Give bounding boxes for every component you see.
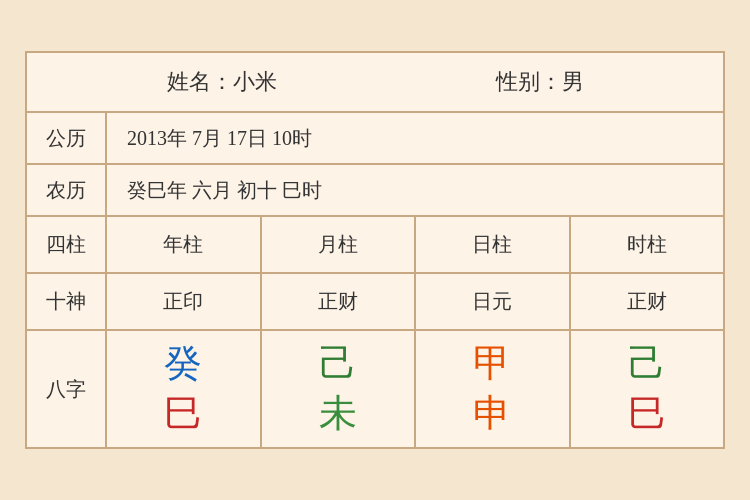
sizhu-row: 四柱 年柱 月柱 日柱 时柱 [27,217,723,274]
shishen-col-2: 日元 [416,274,571,329]
lunar-row: 农历 癸巳年 六月 初十 巳时 [27,165,723,217]
shishen-row: 十神 正印 正财 日元 正财 [27,274,723,331]
bazhi-col-1-top: 己 [319,341,357,387]
shishen-col-1: 正财 [262,274,417,329]
bazhi-col-0: 癸 巳 [107,331,262,446]
shishen-col-0: 正印 [107,274,262,329]
main-container: 姓名：小米 性别：男 公历 2013年 7月 17日 10时 农历 癸巳年 六月… [25,51,725,448]
solar-label: 公历 [27,113,107,163]
lunar-label: 农历 [27,165,107,215]
solar-content: 2013年 7月 17日 10时 [107,115,723,162]
solar-row: 公历 2013年 7月 17日 10时 [27,113,723,165]
bazhi-col-3-bottom: 巳 [628,391,666,437]
bazhi-col-3-top: 己 [628,341,666,387]
bazhi-col-2-bottom: 申 [473,391,511,437]
bazhi-col-1-bottom: 未 [319,391,357,437]
sizhu-cells: 年柱 月柱 日柱 时柱 [107,217,723,272]
bazhi-label: 八字 [27,331,107,446]
bazhi-col-0-bottom: 巳 [164,391,202,437]
gender-label: 性别：男 [496,67,584,97]
name-label: 姓名：小米 [167,67,277,97]
sizhu-col-0: 年柱 [107,217,262,272]
bazhi-col-2-top: 甲 [473,341,511,387]
sizhu-col-3: 时柱 [571,217,724,272]
shishen-cells: 正印 正财 日元 正财 [107,274,723,329]
sizhu-col-1: 月柱 [262,217,417,272]
shishen-label: 十神 [27,274,107,329]
bazhi-col-1: 己 未 [262,331,417,446]
bazhi-col-2: 甲 申 [416,331,571,446]
bazhi-cells: 癸 巳 己 未 甲 申 己 巳 [107,331,723,446]
bazhi-col-3: 己 巳 [571,331,724,446]
lunar-content: 癸巳年 六月 初十 巳时 [107,167,723,214]
sizhu-label: 四柱 [27,217,107,272]
sizhu-col-2: 日柱 [416,217,571,272]
shishen-col-3: 正财 [571,274,724,329]
header-row: 姓名：小米 性别：男 [27,53,723,113]
bazhi-col-0-top: 癸 [164,341,202,387]
bazhi-row: 八字 癸 巳 己 未 甲 申 己 巳 [27,331,723,446]
